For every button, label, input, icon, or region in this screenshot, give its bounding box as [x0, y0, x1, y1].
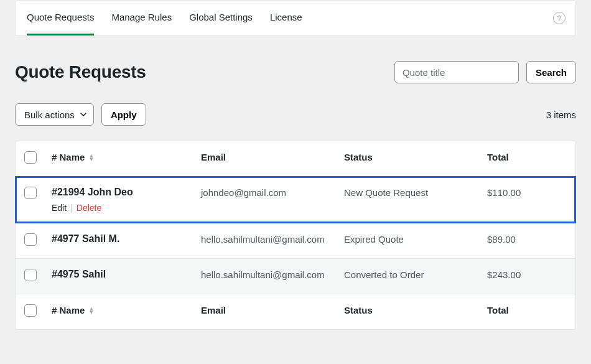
table-header-row: # Name ▲▼ Email Status Total	[16, 141, 575, 177]
sort-icon: ▲▼	[88, 154, 94, 161]
row-checkbox[interactable]	[24, 187, 37, 199]
tab-manage-rules[interactable]: Manage Rules	[111, 1, 172, 35]
select-all-checkbox-footer[interactable]	[24, 304, 37, 317]
row-total: $110.00	[487, 187, 567, 198]
table-footer-row: # Name ▲▼ Email Status Total	[16, 294, 575, 329]
column-status-footer: Status	[344, 304, 487, 315]
tab-license[interactable]: License	[270, 1, 302, 35]
table-row: #4977 Sahil M.hello.sahilmultani@gmail.c…	[16, 223, 575, 258]
bulk-actions-select[interactable]: Bulk actions	[15, 103, 94, 126]
items-count: 3 items	[546, 110, 576, 120]
select-all-checkbox[interactable]	[24, 151, 37, 164]
column-email-footer: Email	[201, 304, 344, 315]
tab-global-settings[interactable]: Global Settings	[189, 1, 253, 35]
row-email: hello.sahilmultani@gmail.com	[201, 269, 344, 280]
row-checkbox[interactable]	[24, 269, 37, 281]
quotes-table: # Name ▲▼ Email Status Total #21994 John…	[15, 141, 576, 330]
apply-button[interactable]: Apply	[101, 103, 146, 126]
row-status: Expired Quote	[344, 233, 487, 245]
table-row: #21994 John DeoEdit|Deletejohndeo@gmail.…	[16, 177, 575, 223]
row-email: johndeo@gmail.com	[201, 187, 344, 198]
row-status: Converted to Order	[344, 269, 487, 280]
column-name-footer[interactable]: # Name ▲▼	[52, 304, 201, 315]
column-email: Email	[201, 151, 344, 162]
row-total: $89.00	[487, 233, 567, 245]
column-status: Status	[344, 151, 487, 162]
row-name[interactable]: #4975 Sahil	[52, 269, 201, 280]
search-input[interactable]	[394, 61, 519, 83]
table-row: #4975 Sahilhello.sahilmultani@gmail.comC…	[16, 258, 575, 294]
row-status: New Quote Request	[344, 187, 487, 198]
chevron-down-icon	[80, 110, 87, 120]
row-email: hello.sahilmultani@gmail.com	[201, 233, 344, 245]
sort-icon: ▲▼	[88, 307, 94, 314]
column-total-footer: Total	[487, 304, 567, 315]
row-checkbox[interactable]	[24, 233, 37, 246]
help-icon[interactable]: ?	[553, 12, 565, 24]
column-name[interactable]: # Name ▲▼	[52, 151, 201, 162]
search-button[interactable]: Search	[526, 61, 576, 83]
bulk-actions-label: Bulk actions	[24, 110, 75, 120]
delete-link[interactable]: Delete	[77, 203, 101, 213]
edit-link[interactable]: Edit	[52, 203, 67, 213]
row-total: $243.00	[487, 269, 567, 280]
row-name[interactable]: #4977 Sahil M.	[52, 233, 201, 245]
row-name[interactable]: #21994 John Deo	[52, 187, 201, 198]
row-actions: Edit|Delete	[52, 203, 201, 213]
tab-quote-requests[interactable]: Quote Requests	[27, 1, 94, 35]
page-title: Quote Requests	[15, 62, 146, 82]
column-total: Total	[487, 151, 567, 162]
tabs-bar: Quote RequestsManage RulesGlobal Setting…	[15, 0, 576, 36]
separator: |	[70, 203, 73, 213]
